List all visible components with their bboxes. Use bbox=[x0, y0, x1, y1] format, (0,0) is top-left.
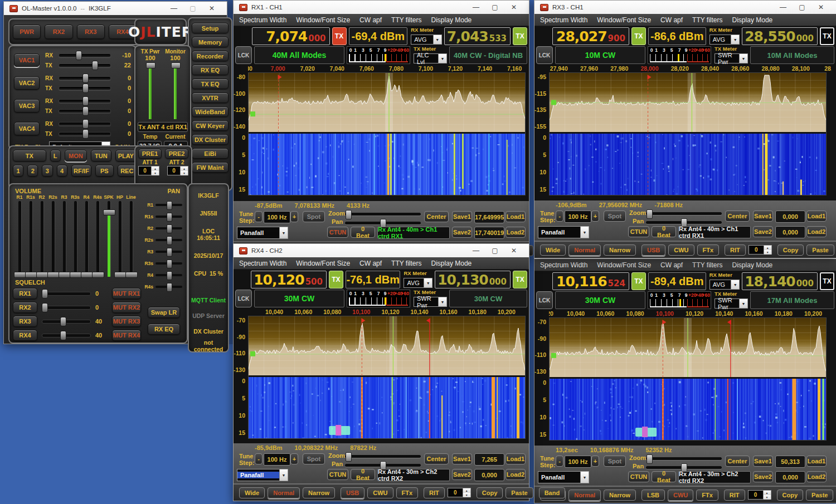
minimize-icon[interactable]: — bbox=[164, 2, 183, 15]
save1-button[interactable]: Save1 bbox=[753, 211, 773, 222]
volume-fader[interactable]: R4 bbox=[81, 194, 92, 277]
mode-button[interactable]: TX bbox=[13, 150, 46, 162]
volume-fader[interactable]: SPK bbox=[103, 194, 114, 277]
chevron-down-icon[interactable]: ▼ bbox=[438, 297, 446, 306]
squelch-rx-button[interactable]: RX3 bbox=[13, 316, 37, 327]
minimize-icon[interactable]: — bbox=[774, 1, 793, 14]
center-button[interactable]: Center bbox=[424, 453, 449, 464]
rit-stepper[interactable]: 0▲▼ bbox=[748, 490, 771, 500]
filter-width-button[interactable]: Wide bbox=[540, 244, 566, 256]
zero-beat-button[interactable]: 0 Beat bbox=[351, 227, 375, 238]
vfo-b-frequency[interactable]: 18,140000 bbox=[742, 272, 818, 290]
side-button[interactable]: EiBi bbox=[192, 148, 229, 159]
copy-button[interactable]: Copy bbox=[477, 487, 503, 498]
zoom-slider[interactable] bbox=[646, 457, 722, 460]
band-mode-display[interactable]: 30M CW bbox=[254, 290, 344, 307]
vfo-a-tx-button[interactable]: TX bbox=[329, 271, 343, 288]
vfo-b-frequency[interactable]: 28,550000 bbox=[742, 27, 818, 45]
chevron-down-icon[interactable]: ▼ bbox=[433, 35, 441, 44]
mode-select-button[interactable]: FTx bbox=[396, 487, 419, 498]
chevron-down-icon[interactable]: ▼ bbox=[731, 280, 739, 289]
step-minus-button[interactable]: - bbox=[255, 211, 263, 222]
filter-width-button[interactable]: Normal bbox=[268, 487, 300, 498]
chevron-down-icon[interactable]: ▼ bbox=[424, 278, 432, 287]
volume-fader[interactable]: R3 bbox=[59, 194, 70, 277]
side-button[interactable]: Setup bbox=[192, 23, 229, 33]
load1-button[interactable]: Load1 bbox=[806, 211, 827, 222]
lock-button[interactable]: LCK bbox=[235, 290, 252, 307]
pan-slider[interactable] bbox=[345, 222, 421, 224]
vfo-a-tx-button[interactable]: TX bbox=[631, 27, 646, 45]
center-button[interactable]: Center bbox=[725, 211, 750, 222]
mode-button[interactable]: REC bbox=[118, 165, 137, 177]
tune-step-value[interactable]: 100 Hz bbox=[565, 456, 591, 468]
volume-fader[interactable]: R1 bbox=[14, 194, 25, 277]
close-icon[interactable]: ✕ bbox=[202, 2, 221, 15]
save1-button[interactable]: Save1 bbox=[452, 453, 472, 464]
load2-button[interactable]: Load2 bbox=[806, 226, 827, 237]
mute-button[interactable]: MUT RX4 bbox=[112, 330, 141, 341]
pan-slider-row[interactable]: R4s bbox=[142, 281, 182, 292]
rit-stepper[interactable]: 0▲▼ bbox=[748, 245, 772, 255]
volume-fader[interactable]: R2 bbox=[36, 194, 47, 277]
vfo-a-tx-button[interactable]: TX bbox=[332, 27, 347, 45]
menu-item[interactable]: CW apf bbox=[359, 260, 382, 267]
center-button[interactable]: Center bbox=[424, 211, 449, 222]
menu-item[interactable]: TTY filters bbox=[391, 260, 421, 267]
vfo-a-frequency[interactable]: 28,027900 bbox=[552, 27, 629, 45]
ctun-button[interactable]: CTUN bbox=[327, 227, 348, 238]
step-plus-button[interactable]: + bbox=[591, 456, 599, 467]
vac-rx-slider[interactable] bbox=[59, 53, 111, 57]
spot-button[interactable]: Spot bbox=[303, 453, 325, 464]
zero-beat-button[interactable]: 0 Beat bbox=[351, 469, 375, 480]
menu-item[interactable]: Display Mode bbox=[732, 261, 773, 269]
squelch-slider[interactable] bbox=[42, 334, 91, 337]
menu-item[interactable]: TTY filters bbox=[692, 16, 722, 24]
spot-button[interactable]: Spot bbox=[303, 211, 325, 222]
mode-button[interactable]: 3 bbox=[42, 165, 52, 177]
step-minus-button[interactable]: - bbox=[556, 211, 563, 222]
pan-slider-row[interactable]: R4 bbox=[142, 269, 182, 281]
vac-tx-slider[interactable] bbox=[59, 132, 111, 136]
tune-step-value[interactable]: 100 Hz bbox=[264, 211, 290, 223]
power-button[interactable]: RX2 bbox=[45, 25, 72, 39]
vfo-b-tx-button[interactable]: TX bbox=[513, 271, 527, 288]
rx-meter-select[interactable]: AVG▼ bbox=[709, 280, 740, 290]
save2-button[interactable]: Save2 bbox=[452, 469, 472, 480]
ctun-button[interactable]: CTUN bbox=[327, 469, 348, 480]
filter-width-button[interactable]: Narrow bbox=[303, 487, 335, 498]
menu-item[interactable]: Spectrum Width bbox=[239, 260, 286, 267]
vfo-a-frequency[interactable]: 10,116524 bbox=[552, 272, 629, 290]
zero-beat-button[interactable]: 0 Beat bbox=[652, 226, 676, 237]
maximize-icon[interactable]: ▢ bbox=[485, 1, 504, 14]
save2-button[interactable]: Save2 bbox=[452, 227, 472, 238]
vfo-a-tx-button[interactable]: TX bbox=[631, 272, 646, 290]
mode-select-button[interactable]: FTx bbox=[696, 490, 718, 501]
menu-item[interactable]: Spectrum Width bbox=[540, 261, 587, 269]
lock-button[interactable]: LCK bbox=[536, 291, 553, 309]
chevron-down-icon[interactable]: ▼ bbox=[279, 469, 288, 481]
filter-width-button[interactable]: Narrow bbox=[604, 244, 636, 256]
side-button[interactable]: XVTR bbox=[192, 92, 229, 103]
squelch-rx-button[interactable]: RX4 bbox=[13, 330, 37, 341]
rx-titlebar[interactable]: RX4 - CH2 — ▢ ✕ bbox=[234, 244, 529, 257]
menu-item[interactable]: Display Mode bbox=[431, 16, 472, 24]
mode-select-button[interactable]: LSB bbox=[641, 490, 665, 501]
save2-button[interactable]: Save2 bbox=[753, 226, 773, 237]
load1-button[interactable]: Load1 bbox=[806, 456, 827, 467]
squelch-slider[interactable] bbox=[42, 306, 91, 310]
vfo-b-band-display[interactable]: 40M CW - Digital NB bbox=[449, 46, 527, 64]
close-icon[interactable]: ✕ bbox=[504, 1, 523, 14]
mode-select-button[interactable]: CWU bbox=[668, 244, 694, 256]
tx-meter-select[interactable]: ALC Lvl▼ bbox=[414, 53, 447, 63]
tune-step-value[interactable]: 100 Hz bbox=[264, 453, 290, 466]
pan-slider-row[interactable]: R2 bbox=[142, 222, 182, 234]
vfo-b-band-display[interactable]: 17M All Modes bbox=[750, 291, 834, 309]
zoom-slider[interactable] bbox=[646, 212, 722, 215]
step-plus-button[interactable]: + bbox=[591, 211, 599, 222]
copy-button[interactable]: Copy bbox=[777, 244, 804, 256]
vfo-b-band-display[interactable]: 30M CW bbox=[449, 290, 527, 307]
pan-slider-row[interactable]: R1s bbox=[142, 211, 182, 222]
side-button[interactable]: TX EQ bbox=[192, 79, 229, 89]
vfo-b-frequency[interactable]: 7,043533 bbox=[444, 27, 511, 45]
